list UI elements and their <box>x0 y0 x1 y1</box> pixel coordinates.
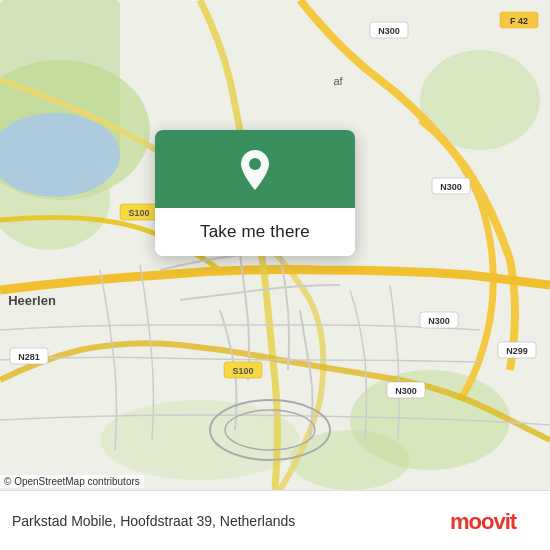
location-popup: Take me there <box>155 130 355 256</box>
svg-point-5 <box>100 400 300 480</box>
svg-text:N300: N300 <box>440 182 462 192</box>
osm-attribution: © OpenStreetMap contributors <box>0 475 144 488</box>
svg-text:Heerlen: Heerlen <box>8 293 56 308</box>
svg-text:N300: N300 <box>395 386 417 396</box>
svg-text:F 42: F 42 <box>510 16 528 26</box>
moovit-logo: moovit <box>448 503 538 539</box>
location-pin-icon <box>237 148 273 192</box>
svg-text:N281: N281 <box>18 352 40 362</box>
svg-text:N299: N299 <box>506 346 528 356</box>
address-text: Parkstad Mobile, Hoofdstraat 39, Netherl… <box>12 513 440 529</box>
svg-text:N300: N300 <box>428 316 450 326</box>
take-me-there-button[interactable]: Take me there <box>155 208 355 256</box>
bottom-bar: Parkstad Mobile, Hoofdstraat 39, Netherl… <box>0 490 550 550</box>
popup-header <box>155 130 355 208</box>
svg-text:moovit: moovit <box>450 509 518 534</box>
svg-text:af: af <box>333 75 343 87</box>
svg-text:S100: S100 <box>128 208 149 218</box>
map-container: N300 N300 N300 N300 N299 F 42 S100 S100 … <box>0 0 550 490</box>
svg-text:S100: S100 <box>232 366 253 376</box>
svg-point-30 <box>249 158 261 170</box>
svg-text:N300: N300 <box>378 26 400 36</box>
popup-tail <box>245 255 265 256</box>
